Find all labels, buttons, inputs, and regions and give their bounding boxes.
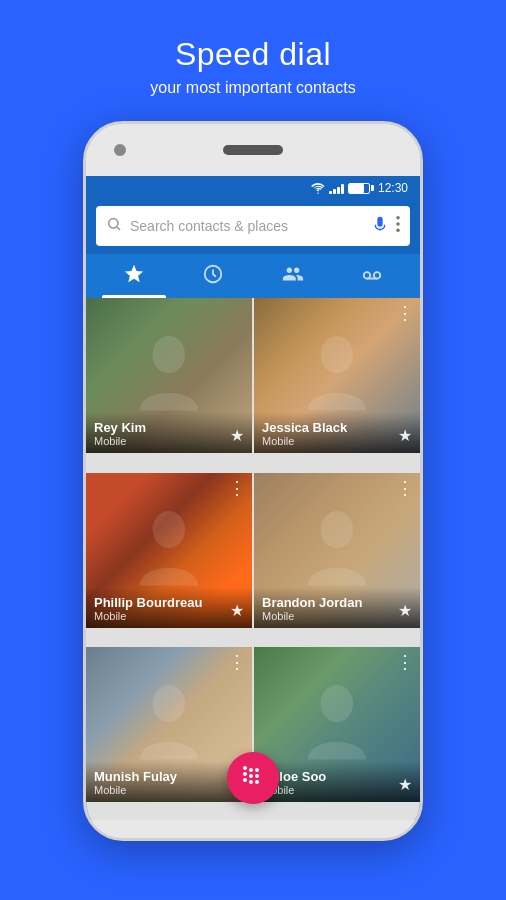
svg-point-13 bbox=[153, 685, 186, 722]
more-options-icon[interactable] bbox=[396, 216, 400, 236]
contact-menu-phillip[interactable]: ⋮ bbox=[228, 479, 246, 497]
main-headline: Speed dial bbox=[83, 36, 423, 73]
contact-type-brandon: Mobile bbox=[262, 610, 412, 622]
contact-menu-chloe[interactable]: ⋮ bbox=[396, 653, 414, 671]
contact-card-phillip-bourdreau[interactable]: ⋮ Phillip Bourdreau Mobile ★ bbox=[86, 473, 252, 628]
tab-recent[interactable] bbox=[174, 254, 254, 298]
top-headline-area: Speed dial your most important contacts bbox=[83, 36, 423, 97]
contact-type-phillip: Mobile bbox=[94, 610, 244, 622]
svg-point-3 bbox=[396, 222, 400, 226]
contact-star-brandon[interactable]: ★ bbox=[398, 601, 412, 620]
contact-overlay-phillip: Phillip Bourdreau Mobile bbox=[86, 587, 252, 628]
dialpad-fab-button[interactable] bbox=[227, 752, 279, 804]
svg-point-12 bbox=[321, 511, 354, 548]
phone-top-bar bbox=[86, 124, 420, 176]
signal-icon bbox=[329, 182, 344, 194]
search-placeholder-text: Search contacts & places bbox=[130, 218, 364, 234]
svg-point-11 bbox=[153, 511, 186, 548]
status-icons: 12:30 bbox=[311, 181, 408, 195]
tab-bar bbox=[86, 254, 420, 298]
contact-name-chloe: Chloe Soo bbox=[262, 769, 412, 784]
contact-star-phillip[interactable]: ★ bbox=[230, 601, 244, 620]
contact-name-phillip: Phillip Bourdreau bbox=[94, 595, 244, 610]
contacts-tab-icon bbox=[281, 263, 305, 290]
contact-name-rey: Rey Kim bbox=[94, 420, 244, 435]
contact-type-munish: Mobile bbox=[94, 784, 244, 796]
voicemail-tab-icon bbox=[360, 263, 384, 290]
phone-screen: 12:30 Search contacts & places bbox=[86, 176, 420, 820]
speaker-grille bbox=[223, 145, 283, 155]
contact-name-brandon: Brandon Jordan bbox=[262, 595, 412, 610]
star-tab-icon bbox=[123, 263, 145, 290]
contact-card-brandon-jordan[interactable]: ⋮ Brandon Jordan Mobile ★ bbox=[254, 473, 420, 628]
tab-voicemail[interactable] bbox=[333, 254, 413, 298]
contact-name-jessica: Jessica Black bbox=[262, 420, 412, 435]
contact-overlay-jessica: Jessica Black Mobile bbox=[254, 412, 420, 453]
contacts-grid: Rey Kim Mobile ★ ⋮ Jessica B bbox=[86, 298, 420, 820]
contact-card-jessica-black[interactable]: ⋮ Jessica Black Mobile ★ bbox=[254, 298, 420, 453]
svg-point-10 bbox=[321, 336, 354, 373]
contact-type-chloe: Mobile bbox=[262, 784, 412, 796]
contact-overlay-rey: Rey Kim Mobile bbox=[86, 412, 252, 453]
contact-overlay-brandon: Brandon Jordan Mobile bbox=[254, 587, 420, 628]
phone-bottom-bar bbox=[86, 820, 420, 838]
svg-line-1 bbox=[117, 227, 120, 230]
contact-star-jessica[interactable]: ★ bbox=[398, 426, 412, 445]
time-display: 12:30 bbox=[378, 181, 408, 195]
mic-icon[interactable] bbox=[372, 215, 388, 238]
svg-point-4 bbox=[396, 228, 400, 232]
fab-container bbox=[227, 752, 279, 804]
contact-menu-brandon[interactable]: ⋮ bbox=[396, 479, 414, 497]
dialpad-icon bbox=[241, 763, 265, 793]
status-bar: 12:30 bbox=[86, 176, 420, 200]
contact-type-rey: Mobile bbox=[94, 435, 244, 447]
svg-point-2 bbox=[396, 216, 400, 220]
contact-menu-munish[interactable]: ⋮ bbox=[228, 653, 246, 671]
phone-frame: 12:30 Search contacts & places bbox=[83, 121, 423, 841]
recent-tab-icon bbox=[202, 263, 224, 290]
svg-point-14 bbox=[321, 685, 354, 722]
app-background: Speed dial your most important contacts bbox=[83, 0, 423, 841]
tab-speeddial[interactable] bbox=[94, 254, 174, 298]
tab-contacts[interactable] bbox=[253, 254, 333, 298]
battery-icon bbox=[348, 183, 370, 194]
search-bar[interactable]: Search contacts & places bbox=[96, 206, 410, 246]
svg-point-7 bbox=[374, 272, 380, 278]
svg-point-9 bbox=[153, 336, 186, 373]
contact-name-munish: Munish Fulay bbox=[94, 769, 244, 784]
main-subheadline: your most important contacts bbox=[83, 79, 423, 97]
contact-star-rey[interactable]: ★ bbox=[230, 426, 244, 445]
wifi-icon bbox=[311, 183, 325, 194]
contact-type-jessica: Mobile bbox=[262, 435, 412, 447]
search-icon bbox=[106, 216, 122, 237]
contact-menu-jessica[interactable]: ⋮ bbox=[396, 304, 414, 322]
camera-dot bbox=[114, 144, 126, 156]
contact-star-chloe[interactable]: ★ bbox=[398, 775, 412, 794]
svg-point-0 bbox=[109, 218, 118, 227]
contact-card-rey-kim[interactable]: Rey Kim Mobile ★ bbox=[86, 298, 252, 453]
svg-point-6 bbox=[364, 272, 370, 278]
